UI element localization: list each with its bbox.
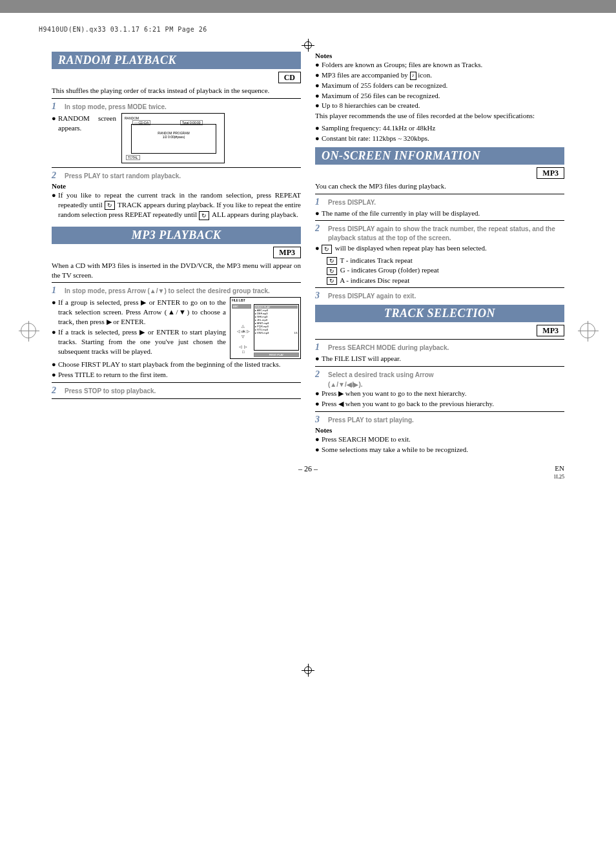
step-number: 3 (315, 415, 328, 425)
note-label: Note (52, 182, 301, 190)
step-3: 3 Press PLAY to start playing. (315, 415, 564, 425)
note-icon: ♪ (410, 72, 416, 80)
bullet-text: Press TITLE to return to the first item. (58, 370, 301, 380)
step-text: Press SEARCH MODE during playback. (328, 343, 564, 353)
fig-selection: ABC (232, 304, 251, 309)
first-play-button: FIRST PLAY (254, 353, 299, 357)
note-item: Folders are known as Groups; files are k… (322, 60, 564, 70)
badge-cd: CD (278, 72, 301, 83)
fig-msg: 1/2 0:00(#pass) (132, 135, 216, 139)
badge-mp3: MP3 (273, 247, 301, 258)
random-screen-figure: RANDOM --:-CD-DA Total 0:00:00 RANDOM PR… (121, 113, 225, 163)
spec-item: Sampling frequency: 44.1kHz or 48kHz (322, 123, 564, 133)
note-item: Maximum of 256 files can be recognized. (322, 91, 564, 101)
note-item: MP3 files are accompanied by (322, 71, 410, 79)
bullet-text: Choose FIRST PLAY to start playback from… (58, 360, 301, 369)
step-2: 2 Press PLAY to start random playback. (52, 170, 301, 181)
step-text: Press PLAY to start random playback. (65, 172, 301, 181)
bullet-text: Press ◀ when you want to go back to the … (322, 399, 564, 409)
step-number: 2 (52, 385, 65, 396)
note-item: Up to 8 hierarchies can be created. (322, 101, 564, 110)
step-sub: (▲/▼/◀/▶). (328, 381, 564, 388)
repeat-desc: T - indicates Track repeat (338, 256, 413, 264)
bullet-text: The name of the file currently in play w… (322, 209, 564, 218)
right-column: Notes ●Folders are known as Groups; file… (315, 52, 564, 455)
page-number: – 26 – (223, 464, 394, 474)
register-circle-icon (304, 41, 312, 49)
onscreen-intro: You can check the MP3 files during playb… (315, 181, 564, 191)
step-number: 1 (52, 285, 65, 296)
step-number: 1 (52, 101, 65, 112)
step-1: 1 In stop mode, press Arrow (▲/▼) to sel… (52, 285, 301, 296)
step-text: Press DISPLAY again to show the track nu… (328, 225, 564, 242)
dpad-icon: △◁ ok ▷▽◁ ▷□ (237, 323, 250, 354)
page-indicator: 1/1 (294, 331, 298, 334)
badge-mp3: MP3 (537, 325, 564, 336)
bullet-text: If a track is selected, press ▶ or ENTER… (58, 327, 226, 356)
doc-code: 1L25 (553, 474, 564, 480)
bullet-text: Press ▶ when you want to go to the next … (322, 389, 564, 398)
section-onscreen-title: ON-SCREEN INFORMATION (315, 147, 564, 165)
spec-item: Constant bit rate: 112kbps ~ 320kbps. (322, 134, 564, 143)
mp3-figure-block: ●If a group is selected, press ▶ or ENTE… (52, 297, 301, 359)
random-intro: This shuffles the playing order of track… (52, 86, 301, 96)
step-text: Press PLAY to start playing. (328, 416, 564, 425)
step-2: 2 Select a desired track using Arrow (315, 369, 564, 380)
footer: – 26 – EN 1L25 (52, 464, 564, 480)
file-list-figure: FILE LIST ABC △◁ ok ▷▽◁ ▷□ FIRST PLAY ▸ … (230, 297, 301, 359)
badge-mp3: MP3 (537, 167, 564, 179)
repeat-group-icon: ↻ (327, 267, 337, 275)
repeat-all-icon: ↻ (327, 277, 337, 285)
step-number: 1 (315, 197, 328, 207)
fig-title: FILE LIST (232, 299, 245, 302)
note-text: ALL appears during playback. (210, 210, 298, 218)
repeat-icon: ↻ (199, 211, 209, 220)
step-number: 2 (315, 369, 328, 380)
step-text: In stop mode, press MODE twice. (65, 103, 301, 112)
rec-text: This player recommends the use of files … (315, 111, 564, 121)
lang-label: EN (555, 464, 564, 472)
step-number: 2 (315, 223, 328, 234)
note-item: icon. (416, 71, 432, 79)
bullet-text: The FILE LIST will appear. (322, 354, 564, 364)
page: H9410UD(EN).qx33 03.1.17 6:21 PM Page 26… (0, 13, 616, 851)
register-mark-icon (580, 323, 595, 338)
mp3-intro: When a CD with MP3 files is inserted in … (52, 261, 301, 280)
note-item: Maximum of 255 folders can be recognized… (322, 81, 564, 90)
repeat-desc: G - indicates Group (folder) repeat (338, 266, 439, 274)
step-text: In stop mode, press Arrow (▲/▼) to selec… (65, 287, 301, 296)
note-bullet: ● If you like to repeat the current trac… (52, 190, 301, 220)
notes-label: Notes (315, 426, 564, 434)
fig-total: TOTAL (126, 155, 140, 160)
step-number: 1 (315, 342, 328, 353)
step-text: Select a desired track using Arrow (328, 371, 564, 380)
print-header: H9410UD(EN).qx33 03.1.17 6:21 PM Page 26 (39, 26, 207, 33)
repeat-track-icon: ↻ (327, 257, 337, 265)
step-1: 1 Press DISPLAY. (315, 197, 564, 207)
step-number: 3 (315, 291, 328, 301)
register-circle-icon (304, 666, 312, 674)
bullet-text: If a group is selected, press ▶ or ENTER… (58, 298, 226, 327)
repeat-icon: ↻ (105, 201, 115, 210)
step-1: 1 Press SEARCH MODE during playback. (315, 342, 564, 353)
content-columns: RANDOM PLAYBACK CD This shuffles the pla… (52, 52, 564, 455)
section-random-title: RANDOM PLAYBACK (52, 52, 301, 69)
section-mp3-title: MP3 PLAYBACK (52, 227, 301, 244)
section-track-title: TRACK SELECTION (315, 305, 564, 322)
step-2: 2 Press STOP to stop playback. (52, 385, 301, 396)
step-text: Press STOP to stop playback. (65, 387, 301, 396)
step-3: 3 Press DISPLAY again to exit. (315, 291, 564, 301)
random-figure-block: ●RANDOM screen appears. RANDOM --:-CD-DA… (52, 113, 301, 163)
bullet-text: will be displayed when repeat play has b… (333, 244, 487, 252)
step-2: 2 Press DISPLAY again to show the track … (315, 223, 564, 242)
list-item: ▸ VWX.mp3 (255, 331, 269, 334)
step-text: Press DISPLAY again to exit. (328, 292, 564, 301)
note-item: Press SEARCH MODE to exit. (322, 435, 564, 444)
left-column: RANDOM PLAYBACK CD This shuffles the pla… (52, 52, 301, 455)
step-1: 1 In stop mode, press MODE twice. (52, 101, 301, 112)
repeat-desc: A - indicates Disc repeat (338, 276, 409, 284)
bullet-text: RANDOM screen appears. (58, 114, 116, 133)
step-text: Press DISPLAY. (328, 198, 564, 207)
note-item: Some selections may take a while to be r… (322, 445, 564, 455)
notes-label: Notes (315, 52, 564, 59)
